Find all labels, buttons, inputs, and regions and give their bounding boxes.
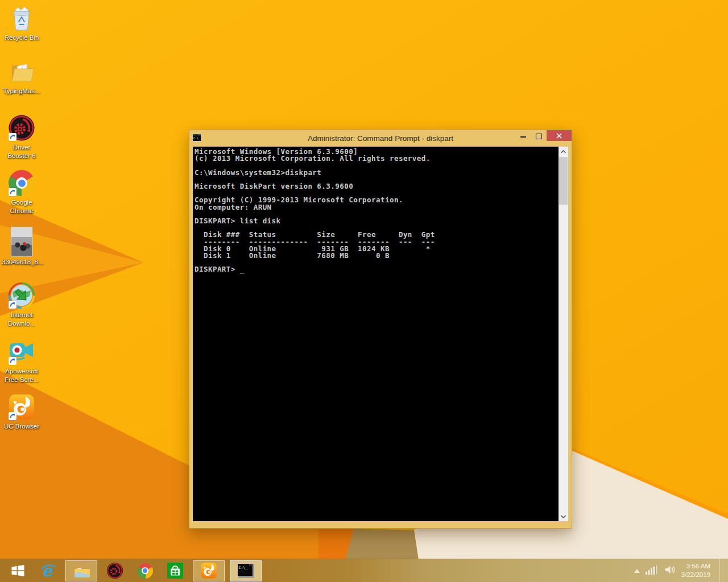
- svg-text:C:\_: C:\_: [193, 136, 201, 140]
- command-prompt-window: C:\_ Administrator: Command Prompt - dis…: [189, 130, 572, 529]
- console-output[interactable]: Microsoft Windows [Version 6.3.9600] (c)…: [193, 147, 559, 521]
- desktop-icon-label: Driver Booster 6: [2, 143, 42, 160]
- taskbar-uc-browser[interactable]: [193, 560, 225, 581]
- windows-store-icon: [167, 562, 184, 579]
- taskbar-clock[interactable]: 3:56 AM 3/22/2019: [681, 562, 714, 579]
- internet-explorer-icon: e: [39, 562, 57, 580]
- desktop-icon-label: Recycle Bin: [5, 34, 39, 42]
- volume-icon[interactable]: [664, 565, 676, 577]
- desktop-icon-label: TypingMas...: [3, 87, 40, 95]
- desktop-icon-google-chrome[interactable]: Google Chrome: [1, 169, 42, 215]
- desktop-icon-recycle-bin[interactable]: Recycle Bin: [1, 5, 42, 42]
- taskbar-file-explorer[interactable]: [65, 560, 97, 581]
- chrome-icon: [138, 563, 153, 579]
- chrome-icon: [8, 169, 35, 197]
- maximize-button[interactable]: [531, 130, 547, 141]
- cmd-window-icon: C:\_: [192, 133, 201, 144]
- taskbar-internet-explorer[interactable]: e: [35, 560, 60, 581]
- desktop-icon-label: UC Browser: [4, 422, 39, 431]
- desktop-icon-label: Google Chrome: [2, 198, 42, 215]
- network-signal-icon[interactable]: [646, 565, 659, 577]
- photo-thumbnail: [8, 227, 35, 256]
- shortcut-arrow-icon: [9, 357, 16, 365]
- desktop-icon-label: 33049618_8...: [2, 258, 42, 267]
- apowersoft-screen-recorder-icon: [8, 338, 35, 365]
- desktop-icon-driver-booster[interactable]: Driver Booster 6: [1, 114, 42, 160]
- console-scrollbar[interactable]: [559, 147, 568, 521]
- internet-download-manager-icon: [8, 282, 35, 309]
- start-button[interactable]: [5, 560, 30, 581]
- desktop-icon-uc-browser[interactable]: UC Browser: [1, 393, 42, 431]
- clock-time: 3:56 AM: [686, 562, 710, 571]
- svg-text:C:\_: C:\_: [239, 566, 248, 570]
- taskbar-google-chrome[interactable]: [133, 560, 158, 581]
- folder-icon: [8, 58, 35, 85]
- driver-booster-icon: [8, 114, 35, 142]
- desktop-icon-label: Internet Downlo...: [2, 311, 42, 328]
- taskbar: e: [0, 559, 728, 582]
- driver-booster-icon: [106, 562, 123, 579]
- recycle-bin-icon: [8, 5, 35, 32]
- taskbar-windows-store[interactable]: [163, 560, 188, 581]
- uc-browser-icon: [8, 393, 35, 421]
- taskbar-driver-booster[interactable]: [102, 560, 127, 581]
- scroll-up-icon[interactable]: [559, 147, 568, 156]
- desktop-icon-idm[interactable]: Internet Downlo...: [1, 282, 42, 328]
- cmd-icon: C:\_: [237, 563, 255, 579]
- taskbar-command-prompt[interactable]: C:\_: [230, 560, 262, 581]
- uc-browser-icon: [200, 562, 217, 579]
- windows-logo-icon: [10, 563, 26, 578]
- desktop-icon-apowersoft[interactable]: Apowersoft Free Scre...: [1, 338, 42, 384]
- window-titlebar[interactable]: C:\_ Administrator: Command Prompt - dis…: [189, 130, 572, 147]
- desktop-icon-photo[interactable]: 33049618_8...: [1, 227, 42, 267]
- desktop-icon-typingmaster-folder[interactable]: TypingMas...: [1, 58, 42, 95]
- shortcut-arrow-icon: [9, 412, 16, 420]
- file-explorer-icon: [73, 563, 90, 579]
- show-desktop-button[interactable]: [719, 559, 723, 582]
- desktop-screen: Recycle Bin TypingMas...: [0, 0, 728, 582]
- shortcut-arrow-icon: [9, 133, 16, 141]
- shortcut-arrow-icon: [9, 188, 16, 196]
- shortcut-arrow-icon: [9, 301, 16, 309]
- desktop-icon-label: Apowersoft Free Scre...: [2, 367, 42, 384]
- minimize-button[interactable]: [515, 130, 531, 141]
- scroll-down-icon[interactable]: [559, 512, 568, 521]
- clock-date: 3/22/2019: [681, 571, 710, 579]
- close-button[interactable]: [547, 130, 572, 141]
- show-hidden-icons-button[interactable]: [634, 569, 640, 573]
- scrollbar-thumb[interactable]: [559, 157, 568, 205]
- close-icon: [556, 133, 562, 139]
